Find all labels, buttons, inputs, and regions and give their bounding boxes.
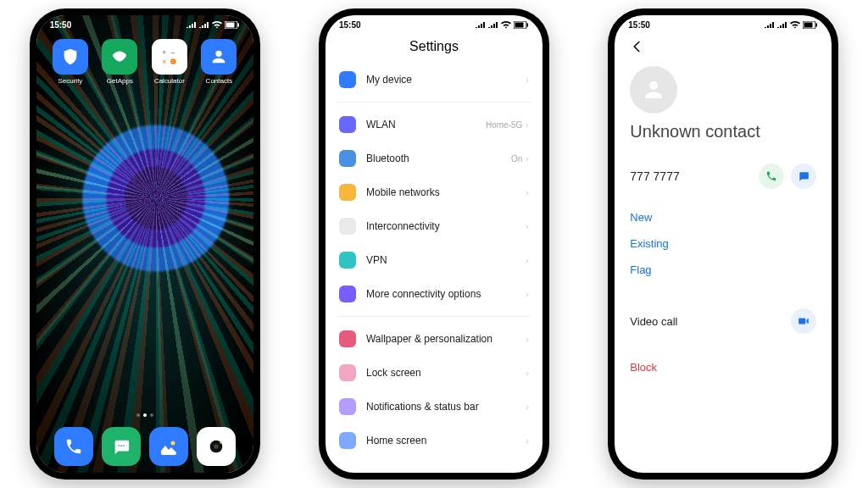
settings-row-mobile-networks[interactable]: Mobile networks › [337, 175, 531, 209]
my-device-label: My device [366, 74, 526, 86]
home-screen-label: Home screen [366, 435, 526, 446]
chevron-right-icon: › [526, 435, 529, 446]
app-security-label: Security [52, 77, 90, 85]
status-bar: 15:50 [615, 15, 832, 34]
status-time: 15:50 [50, 20, 72, 30]
mobile-networks-icon [339, 184, 356, 201]
signal-icon-2 [488, 21, 498, 28]
battery-icon [225, 21, 240, 29]
svg-point-12 [170, 441, 175, 446]
chevron-right-icon: › [526, 402, 529, 412]
link-flag[interactable]: Flag [630, 263, 816, 276]
wlan-icon [339, 116, 356, 133]
status-time: 15:50 [339, 20, 361, 30]
home-screen-icon [339, 432, 356, 449]
settings-row-home-screen[interactable]: Home screen › [337, 424, 531, 458]
call-button[interactable] [759, 164, 784, 189]
svg-rect-18 [526, 23, 528, 26]
vpn-icon [339, 252, 356, 269]
battery-icon [514, 21, 529, 29]
chevron-right-icon: › [526, 368, 529, 378]
wlan-label: WLAN [366, 119, 486, 130]
bluetooth-icon [339, 150, 356, 167]
interconnect-icon [339, 218, 356, 235]
app-security[interactable] [53, 39, 88, 75]
dock-camera[interactable] [197, 427, 236, 466]
lock-screen-icon [339, 364, 356, 381]
svg-point-9 [120, 445, 122, 446]
app-calculator-label: Calculator [151, 77, 189, 85]
message-button[interactable] [791, 164, 816, 189]
settings-row-vpn[interactable]: VPN › [337, 243, 531, 277]
svg-text:−: − [170, 48, 175, 57]
settings-row-lock-screen[interactable]: Lock screen › [337, 356, 531, 390]
battery-icon [803, 21, 818, 29]
svg-rect-21 [816, 23, 818, 26]
avatar [630, 66, 677, 114]
bluetooth-value: On [511, 154, 522, 164]
vpn-label: VPN [366, 254, 526, 266]
settings-row-wallpaper[interactable]: Wallpaper & personalization › [337, 322, 531, 356]
svg-rect-20 [804, 22, 813, 27]
svg-rect-17 [515, 22, 523, 27]
svg-point-8 [118, 445, 120, 446]
video-call-label: Video call [630, 315, 784, 328]
chevron-right-icon: › [526, 187, 529, 197]
signal-icon [765, 21, 775, 28]
settings-row-more-conn[interactable]: More connectivity options › [337, 277, 531, 311]
link-new[interactable]: New [630, 211, 816, 224]
status-bar: 15:50 [36, 15, 253, 34]
chevron-right-icon: › [526, 334, 529, 344]
dock-gallery[interactable] [149, 427, 188, 466]
svg-point-14 [214, 444, 219, 449]
chevron-right-icon: › [526, 119, 529, 130]
svg-rect-1 [225, 22, 234, 27]
settings-row-wlan[interactable]: WLAN Home-5G › [337, 108, 531, 141]
chevron-right-icon: › [526, 75, 529, 85]
page-title: Settings [337, 39, 531, 54]
back-button[interactable] [630, 34, 816, 54]
phone-home-screen: 15:50 Security GetApps+−×= Calculator C [30, 8, 260, 480]
app-contacts[interactable] [201, 39, 236, 75]
app-calculator[interactable]: +−×= [152, 39, 187, 75]
video-call-row[interactable]: Video call [630, 298, 816, 344]
phone-settings-screen: 15:50 Settings My device › WLAN Home-5G … [319, 8, 549, 480]
settings-row-notifications[interactable]: Notifications & status bar › [337, 390, 531, 424]
page-indicator [36, 413, 253, 417]
status-bar: 15:50 [326, 15, 542, 34]
signal-icon [186, 21, 197, 28]
svg-text:+: + [162, 48, 166, 57]
phone-number[interactable]: 777 7777 [630, 169, 752, 183]
dock-phone[interactable] [54, 427, 93, 466]
app-contacts-label: Contacts [200, 77, 238, 85]
svg-text:=: = [171, 58, 175, 64]
wifi-icon [790, 21, 800, 29]
block-link[interactable]: Block [630, 361, 816, 374]
video-call-icon [791, 308, 816, 334]
dock-messages[interactable] [102, 427, 141, 466]
settings-row-bluetooth[interactable]: Bluetooth On › [337, 141, 531, 175]
link-existing[interactable]: Existing [630, 237, 816, 250]
wlan-value: Home-5G [486, 120, 522, 130]
my-device-icon [339, 71, 356, 88]
contact-name: Unknown contact [630, 122, 816, 141]
more-conn-label: More connectivity options [366, 288, 526, 300]
lock-screen-label: Lock screen [366, 367, 526, 379]
phone-contact-screen: 15:50 Unknown contact 777 7777 [608, 8, 838, 480]
status-time: 15:50 [628, 20, 650, 30]
bluetooth-label: Bluetooth [366, 152, 511, 164]
more-conn-icon [339, 286, 356, 302]
settings-row-my-device[interactable]: My device › [337, 63, 531, 97]
chevron-right-icon: › [526, 221, 529, 231]
wifi-icon [501, 21, 511, 29]
notifications-label: Notifications & status bar [366, 401, 526, 413]
chevron-right-icon: › [526, 289, 529, 299]
settings-row-interconnect[interactable]: Interconnectivity › [337, 209, 531, 243]
svg-text:×: × [162, 58, 166, 66]
wallpaper-label: Wallpaper & personalization [366, 333, 526, 345]
signal-icon-2 [199, 21, 209, 28]
wallpaper-icon [339, 330, 356, 347]
chevron-right-icon: › [526, 153, 529, 164]
app-getapps[interactable] [102, 39, 137, 75]
notifications-icon [339, 398, 356, 415]
